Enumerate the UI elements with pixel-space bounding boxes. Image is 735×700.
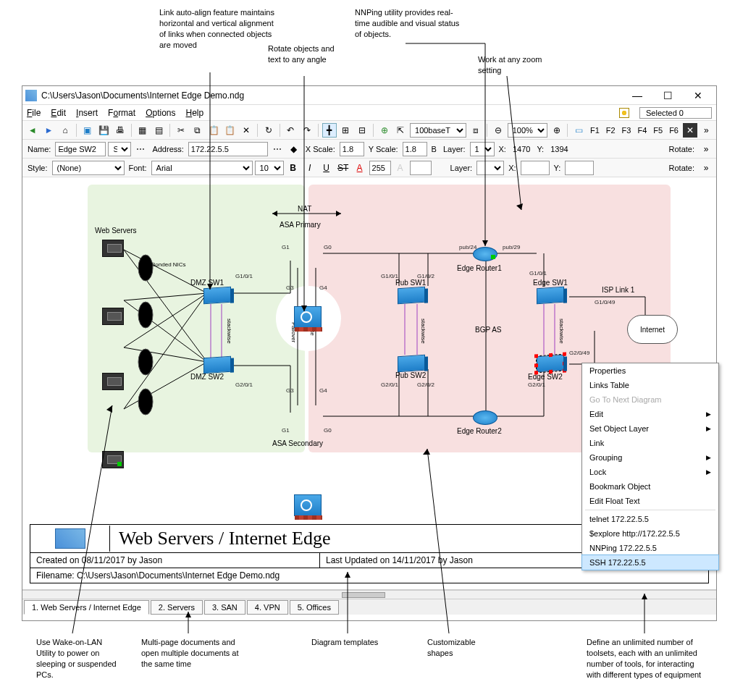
asa-secondary[interactable]	[294, 494, 322, 516]
italic-button[interactable]: I	[303, 161, 317, 175]
address-input[interactable]	[188, 142, 268, 156]
paste-button[interactable]: 📋	[206, 123, 221, 138]
menu-file[interactable]: File	[27, 108, 41, 118]
dmz-sw2[interactable]	[203, 356, 231, 374]
redo-button[interactable]: ↷	[300, 123, 314, 138]
f3-button[interactable]: F3	[620, 126, 634, 135]
cm-nnping[interactable]: NNPing 172.22.5.5	[582, 541, 718, 555]
maximize-button[interactable]: ☐	[652, 87, 683, 104]
f1-button[interactable]: F1	[588, 126, 602, 135]
snap-button[interactable]: ╋	[322, 123, 337, 138]
zoom-in-button[interactable]: ⊕	[550, 123, 564, 138]
edge-sw1[interactable]	[537, 287, 564, 305]
bgcolor-button[interactable]: A	[393, 161, 408, 175]
fx-button[interactable]: ✕	[683, 123, 697, 138]
cm-lock[interactable]: Lock▶	[582, 465, 718, 479]
web-server-4[interactable]	[102, 451, 124, 468]
cm-ssh[interactable]: SSH 172.22.5.5	[581, 554, 719, 570]
overflow3-icon[interactable]: »	[699, 161, 713, 175]
menu-format[interactable]: Format	[108, 108, 135, 118]
yscale-input[interactable]	[403, 142, 427, 156]
pub-sw1[interactable]	[398, 287, 425, 305]
y2-input[interactable]	[565, 161, 594, 175]
copy-button[interactable]: ⧉	[190, 123, 205, 138]
dmz-sw1[interactable]	[203, 287, 231, 305]
cm-set-layer[interactable]: Set Object Layer▶	[582, 421, 718, 436]
edge-router2[interactable]	[473, 410, 497, 425]
rotate-button[interactable]: ↻	[261, 123, 276, 138]
bold-button[interactable]: B	[286, 161, 301, 175]
paste-special-button[interactable]: 📋	[223, 123, 238, 138]
cut-button[interactable]: ✂	[174, 123, 188, 138]
hscrollbar[interactable]	[22, 590, 716, 599]
font-select[interactable]: Arial	[151, 161, 253, 175]
fontsize-select[interactable]: 10	[255, 161, 284, 175]
align2-icon[interactable]: ⊟	[355, 123, 369, 138]
f5-button[interactable]: F5	[651, 126, 665, 135]
print-button[interactable]: 🖶	[113, 123, 127, 138]
cm-grouping[interactable]: Grouping▶	[582, 450, 718, 465]
tab-5[interactable]: 5. Offices	[290, 600, 339, 615]
cm-telnet[interactable]: telnet 172.22.5.5	[582, 512, 718, 526]
cm-edit[interactable]: Edit▶	[582, 407, 718, 421]
home-button[interactable]: ⌂	[58, 123, 72, 138]
delete-button[interactable]: ✕	[239, 123, 253, 138]
zoom-select[interactable]: 100%	[508, 123, 547, 138]
addr-dots-icon[interactable]: ⋯	[270, 142, 285, 156]
fit-button[interactable]: ▭	[571, 123, 586, 138]
strike-button[interactable]: ST	[336, 161, 350, 175]
bg-input[interactable]	[410, 161, 432, 175]
cm-explore[interactable]: $explore http://172.22.5.5	[582, 526, 718, 541]
pub-sw2[interactable]	[398, 355, 425, 373]
alpha-input[interactable]	[369, 161, 391, 175]
layer-select[interactable]: 1	[470, 142, 495, 156]
forward-button[interactable]: ►	[42, 123, 56, 138]
web-server-1[interactable]	[102, 240, 124, 257]
x2-input[interactable]	[521, 161, 550, 175]
earth-icon[interactable]: ⊕	[377, 123, 392, 138]
cm-links-table[interactable]: Links Table	[582, 378, 718, 392]
tab-1[interactable]: 1. Web Servers / Internet Edge	[24, 600, 149, 615]
save-button[interactable]: 💾	[96, 123, 111, 138]
web-server-3[interactable]	[102, 373, 124, 390]
edge-router1[interactable]	[473, 247, 497, 261]
menu-help[interactable]: Help	[186, 108, 204, 118]
style-select[interactable]: (None)	[52, 161, 125, 175]
menu-options[interactable]: Options	[146, 108, 175, 118]
gear-icon[interactable]	[619, 108, 629, 118]
open-button[interactable]: ▣	[80, 123, 95, 138]
link-tool-button[interactable]: ⇱	[393, 123, 408, 138]
tab-4[interactable]: 4. VPN	[247, 600, 288, 615]
zoom-out-button[interactable]: ⊖	[491, 123, 505, 138]
dots-icon[interactable]: ⋯	[133, 142, 148, 156]
textcolor-button[interactable]: A	[353, 161, 367, 175]
cm-float-text[interactable]: Edit Float Text	[582, 494, 718, 508]
cm-link[interactable]: Link	[582, 436, 718, 450]
f4-button[interactable]: F4	[635, 126, 649, 135]
menu-insert[interactable]: Insert	[76, 108, 98, 118]
xscale-input[interactable]	[340, 142, 364, 156]
close-button[interactable]: ✕	[683, 87, 713, 104]
underline-button[interactable]: U	[319, 161, 334, 175]
name-input[interactable]	[55, 142, 106, 156]
f6-button[interactable]: F6	[667, 126, 681, 135]
layer2-select[interactable]	[476, 161, 504, 175]
grid-icon[interactable]: ▦	[135, 123, 150, 138]
asa-primary[interactable]	[294, 306, 322, 328]
undo-button[interactable]: ↶	[284, 123, 298, 138]
minimize-button[interactable]: —	[622, 87, 652, 104]
menu-edit[interactable]: Edit	[51, 108, 66, 118]
edge-sw2[interactable]	[537, 355, 564, 373]
s-select[interactable]: S	[108, 142, 131, 156]
align-icon[interactable]: ⊞	[339, 123, 353, 138]
diamond-icon[interactable]: ◆	[287, 142, 301, 156]
f2-button[interactable]: F2	[604, 126, 618, 135]
tab-2[interactable]: 2. Servers	[151, 600, 203, 615]
tab-3[interactable]: 3. SAN	[204, 600, 245, 615]
grid2-icon[interactable]: ▤	[151, 123, 166, 138]
overflow2-icon[interactable]: »	[699, 142, 713, 156]
web-server-2[interactable]	[102, 308, 124, 325]
back-button[interactable]: ◄	[25, 123, 40, 138]
cm-properties[interactable]: Properties	[582, 363, 718, 378]
cm-bookmark[interactable]: Bookmark Object	[582, 479, 718, 494]
